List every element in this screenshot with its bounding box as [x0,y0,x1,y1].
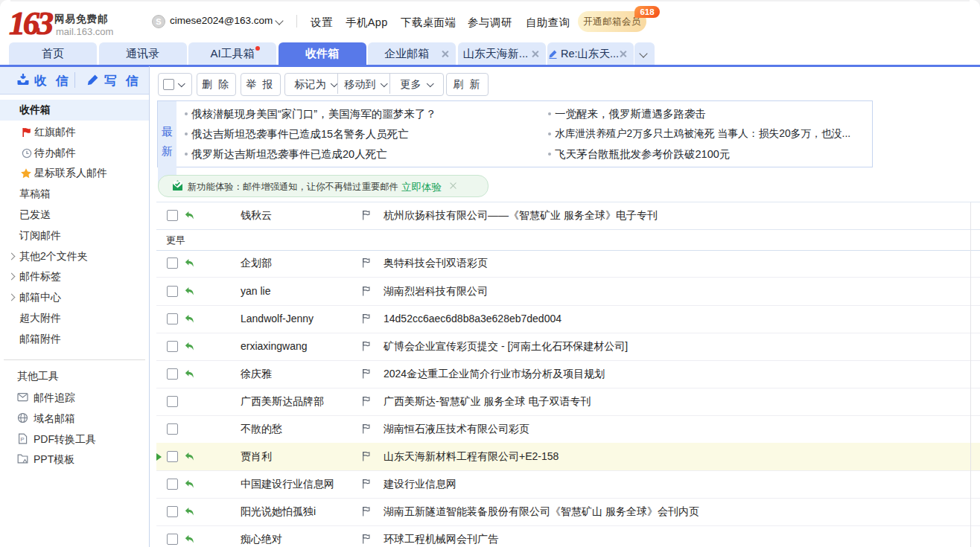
svg-text:P: P [21,435,25,442]
